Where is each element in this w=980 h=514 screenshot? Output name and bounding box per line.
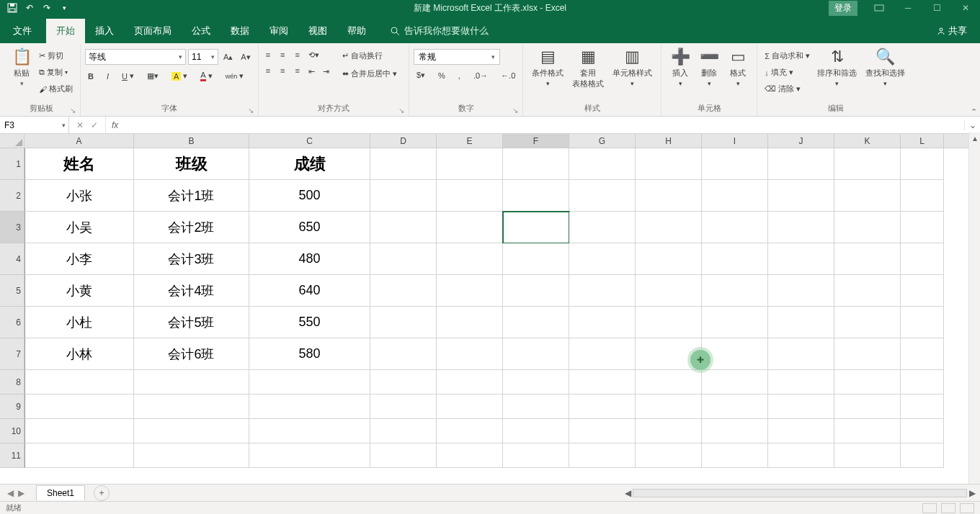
cell[interactable] — [702, 338, 768, 370]
cell[interactable] — [834, 180, 901, 212]
col-header-B[interactable]: B — [134, 134, 249, 148]
row-header-10[interactable]: 10 — [0, 419, 24, 443]
format-cells-button[interactable]: ▭格式▾ — [723, 46, 752, 89]
cell[interactable] — [370, 148, 437, 180]
cell[interactable] — [503, 243, 569, 275]
cell[interactable] — [768, 394, 834, 419]
cell[interactable] — [834, 243, 901, 275]
cell[interactable] — [503, 443, 569, 468]
cell[interactable] — [834, 212, 901, 243]
page-layout-view-icon[interactable] — [941, 503, 956, 513]
cell[interactable]: 550 — [249, 307, 370, 338]
increase-indent-icon[interactable]: ⇥ — [320, 66, 332, 78]
col-header-L[interactable]: L — [901, 134, 944, 148]
cell[interactable]: 小杜 — [24, 307, 134, 338]
cell[interactable]: 小林 — [24, 338, 134, 370]
cell[interactable] — [569, 338, 636, 370]
clipboard-launcher-icon[interactable]: ↘ — [70, 107, 76, 114]
cell[interactable] — [437, 443, 503, 468]
align-launcher-icon[interactable]: ↘ — [398, 107, 404, 114]
cell[interactable] — [834, 370, 901, 394]
fx-icon[interactable]: fx — [106, 120, 124, 130]
cell[interactable] — [437, 338, 503, 370]
col-header-G[interactable]: G — [569, 134, 636, 148]
cell[interactable] — [901, 370, 944, 394]
cell[interactable] — [24, 443, 134, 468]
cell[interactable] — [370, 443, 437, 468]
cancel-formula-icon[interactable]: ✕ — [76, 120, 84, 130]
cell[interactable] — [768, 338, 834, 370]
tell-me-search[interactable]: 告诉我你想要做什么 — [391, 24, 489, 43]
cell[interactable]: 会计5班 — [134, 307, 249, 338]
cell[interactable] — [636, 243, 702, 275]
decrease-decimal-icon[interactable]: ←.0 — [498, 70, 518, 81]
cell[interactable] — [901, 338, 944, 370]
cell[interactable] — [503, 180, 569, 212]
cell[interactable] — [901, 180, 944, 212]
percent-format-icon[interactable]: % — [435, 70, 448, 81]
cell[interactable] — [636, 394, 702, 419]
cell[interactable]: 会计2班 — [134, 212, 249, 243]
delete-cells-button[interactable]: ➖删除▾ — [695, 46, 723, 89]
sheet-nav-prev-icon[interactable]: ◀ — [7, 488, 14, 498]
cell[interactable] — [249, 419, 370, 443]
underline-button[interactable]: U▾ — [119, 70, 137, 82]
row-header-1[interactable]: 1 — [0, 148, 24, 180]
cell[interactable] — [834, 338, 901, 370]
cell[interactable] — [503, 148, 569, 180]
copy-button[interactable]: ⧉复制▾ — [36, 66, 76, 79]
sheet-nav-next-icon[interactable]: ▶ — [18, 488, 24, 498]
cell[interactable] — [503, 370, 569, 394]
cell[interactable] — [636, 180, 702, 212]
cell[interactable] — [569, 307, 636, 338]
cell[interactable] — [901, 212, 944, 243]
cell[interactable]: 会计4班 — [134, 275, 249, 307]
close-icon[interactable]: ✕ — [951, 0, 980, 16]
col-header-F[interactable]: F — [503, 134, 569, 148]
row-header-4[interactable]: 4 — [0, 243, 24, 275]
cell[interactable]: 会计3班 — [134, 243, 249, 275]
formula-input[interactable] — [124, 117, 964, 133]
conditional-format-button[interactable]: ▤条件格式▾ — [527, 46, 568, 89]
cell[interactable] — [437, 180, 503, 212]
cell[interactable] — [702, 275, 768, 307]
col-header-A[interactable]: A — [24, 134, 134, 148]
cell[interactable] — [702, 419, 768, 443]
cell[interactable] — [370, 180, 437, 212]
cell[interactable] — [834, 148, 901, 180]
page-break-view-icon[interactable] — [960, 503, 974, 513]
cell[interactable] — [636, 148, 702, 180]
cell[interactable] — [702, 180, 768, 212]
cell[interactable] — [503, 419, 569, 443]
cell[interactable] — [437, 212, 503, 243]
align-top-icon[interactable]: ≡ — [263, 49, 273, 60]
align-bottom-icon[interactable]: ≡ — [293, 49, 303, 60]
cell[interactable] — [901, 443, 944, 468]
comma-format-icon[interactable]: , — [455, 70, 463, 81]
cell[interactable] — [370, 275, 437, 307]
cell[interactable] — [24, 370, 134, 394]
row-header-9[interactable]: 9 — [0, 394, 24, 419]
cell[interactable] — [437, 243, 503, 275]
format-as-table-button[interactable]: ▦套用 表格格式 — [568, 46, 608, 91]
font-launcher-icon[interactable]: ↘ — [248, 107, 254, 114]
merge-center-button[interactable]: ⬌合并后居中▾ — [339, 67, 400, 81]
cell[interactable] — [636, 419, 702, 443]
cell[interactable]: 580 — [249, 338, 370, 370]
autosum-button[interactable]: Σ自动求和▾ — [762, 49, 813, 63]
cell[interactable] — [437, 148, 503, 180]
cell[interactable] — [834, 307, 901, 338]
row-header-3[interactable]: 3 — [0, 212, 24, 243]
cell[interactable] — [503, 307, 569, 338]
name-box[interactable]: F3▾ — [0, 117, 69, 133]
cell[interactable]: 班级 — [134, 148, 249, 180]
cell[interactable] — [503, 338, 569, 370]
cell[interactable] — [503, 394, 569, 419]
undo-icon[interactable]: ↶ — [24, 3, 35, 13]
horizontal-scrollbar[interactable]: ◀ ▶ — [620, 488, 980, 498]
cell[interactable] — [834, 443, 901, 468]
cell[interactable] — [901, 419, 944, 443]
save-icon[interactable] — [7, 3, 17, 13]
cell[interactable] — [702, 443, 768, 468]
border-button[interactable]: ▦▾ — [144, 70, 161, 82]
